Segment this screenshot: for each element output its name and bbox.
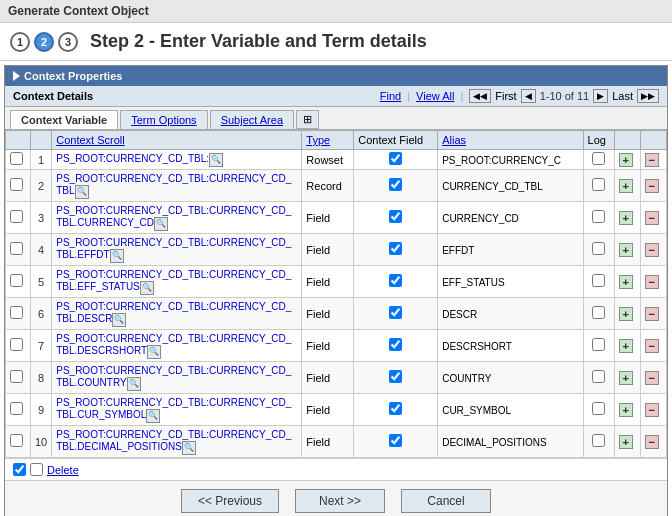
log-label: Log: [588, 134, 606, 146]
add-row-button[interactable]: +: [619, 211, 633, 225]
context-field-checkbox[interactable]: [389, 210, 402, 223]
row-checkbox-cell: [6, 202, 31, 234]
search-icon[interactable]: 🔍: [182, 441, 196, 455]
page-info: 1-10 of 11: [540, 90, 590, 102]
step-1-circle[interactable]: 1: [10, 32, 30, 52]
search-icon[interactable]: 🔍: [209, 153, 223, 167]
search-icon[interactable]: 🔍: [147, 345, 161, 359]
log-checkbox[interactable]: [592, 242, 605, 255]
row-checkbox[interactable]: [10, 274, 23, 287]
remove-row-button[interactable]: −: [645, 211, 659, 225]
row-checkbox[interactable]: [10, 152, 23, 165]
context-field-checkbox[interactable]: [389, 152, 402, 165]
row-checkbox[interactable]: [10, 338, 23, 351]
search-icon[interactable]: 🔍: [112, 313, 126, 327]
scroll-cell: PS_ROOT:CURRENCY_CD_TBL:CURRENCY_CD_TBL.…: [52, 330, 302, 362]
context-scroll-sort[interactable]: Context Scroll: [56, 134, 124, 146]
row-checkbox[interactable]: [10, 402, 23, 415]
first-label: First: [495, 90, 516, 102]
search-icon[interactable]: 🔍: [127, 377, 141, 391]
search-icon[interactable]: 🔍: [75, 185, 89, 199]
context-field-cell: [354, 298, 438, 330]
tab-icon[interactable]: ⊞: [296, 110, 319, 129]
add-row-button[interactable]: +: [619, 435, 633, 449]
step-2-circle[interactable]: 2: [34, 32, 54, 52]
expand-icon[interactable]: [13, 71, 20, 81]
next-button[interactable]: Next >>: [295, 489, 385, 513]
previous-button[interactable]: << Previous: [181, 489, 279, 513]
search-icon[interactable]: 🔍: [146, 409, 160, 423]
context-field-checkbox[interactable]: [389, 402, 402, 415]
tab-context-variable[interactable]: Context Variable: [10, 110, 118, 129]
remove-row-button[interactable]: −: [645, 243, 659, 257]
context-field-checkbox[interactable]: [389, 434, 402, 447]
log-checkbox[interactable]: [592, 338, 605, 351]
tab-term-options[interactable]: Term Options: [120, 110, 207, 129]
row-checkbox[interactable]: [10, 242, 23, 255]
context-field-checkbox[interactable]: [389, 274, 402, 287]
last-nav-btn[interactable]: ▶▶: [637, 89, 659, 103]
remove-row-button[interactable]: −: [645, 275, 659, 289]
log-checkbox[interactable]: [592, 178, 605, 191]
add-row-button[interactable]: +: [619, 339, 633, 353]
log-checkbox[interactable]: [592, 370, 605, 383]
log-checkbox[interactable]: [592, 306, 605, 319]
row-checkbox[interactable]: [10, 210, 23, 223]
first-nav-btn[interactable]: ◀◀: [469, 89, 491, 103]
remove-row-button[interactable]: −: [645, 435, 659, 449]
log-checkbox[interactable]: [592, 152, 605, 165]
search-icon[interactable]: 🔍: [140, 281, 154, 295]
context-field-checkbox[interactable]: [389, 242, 402, 255]
remove-row-button[interactable]: −: [645, 371, 659, 385]
search-icon[interactable]: 🔍: [154, 217, 168, 231]
select-all-checkbox[interactable]: [13, 463, 26, 476]
context-field-checkbox[interactable]: [389, 306, 402, 319]
alias-sort[interactable]: Alias: [442, 134, 466, 146]
deselect-all-checkbox[interactable]: [30, 463, 43, 476]
search-icon[interactable]: 🔍: [110, 249, 124, 263]
add-cell: +: [614, 234, 640, 266]
remove-row-button[interactable]: −: [645, 179, 659, 193]
log-checkbox[interactable]: [592, 402, 605, 415]
scroll-text: PS_ROOT:CURRENCY_CD_TBL:CURRENCY_CD_TBL.…: [56, 397, 291, 420]
add-row-button[interactable]: +: [619, 371, 633, 385]
add-cell: +: [614, 202, 640, 234]
remove-row-button[interactable]: −: [645, 153, 659, 167]
find-link[interactable]: Find: [380, 90, 401, 102]
add-row-button[interactable]: +: [619, 403, 633, 417]
delete-link[interactable]: Delete: [47, 464, 79, 476]
remove-row-button[interactable]: −: [645, 307, 659, 321]
next-nav-btn[interactable]: ▶: [593, 89, 608, 103]
add-row-button[interactable]: +: [619, 243, 633, 257]
log-checkbox[interactable]: [592, 434, 605, 447]
context-field-checkbox[interactable]: [389, 178, 402, 191]
type-sort[interactable]: Type: [306, 134, 330, 146]
remove-row-button[interactable]: −: [645, 339, 659, 353]
tab-subject-area[interactable]: Subject Area: [210, 110, 294, 129]
context-field-cell: [354, 330, 438, 362]
row-checkbox[interactable]: [10, 370, 23, 383]
row-checkbox[interactable]: [10, 178, 23, 191]
row-num: 5: [31, 266, 52, 298]
col-num: [31, 131, 52, 150]
add-row-button[interactable]: +: [619, 179, 633, 193]
row-checkbox[interactable]: [10, 306, 23, 319]
scroll-cell: PS_ROOT:CURRENCY_CD_TBL:CURRENCY_CD_TBL.…: [52, 202, 302, 234]
log-checkbox[interactable]: [592, 210, 605, 223]
prev-nav-btn[interactable]: ◀: [521, 89, 536, 103]
view-all-link[interactable]: View All: [416, 90, 454, 102]
add-cell: +: [614, 362, 640, 394]
row-checkbox[interactable]: [10, 434, 23, 447]
cancel-button[interactable]: Cancel: [401, 489, 491, 513]
add-row-button[interactable]: +: [619, 275, 633, 289]
step-3-circle[interactable]: 3: [58, 32, 78, 52]
log-checkbox[interactable]: [592, 274, 605, 287]
add-row-button[interactable]: +: [619, 307, 633, 321]
log-cell: [583, 394, 614, 426]
add-row-button[interactable]: +: [619, 153, 633, 167]
remove-cell: −: [640, 202, 666, 234]
scroll-cell: PS_ROOT:CURRENCY_CD_TBL:CURRENCY_CD_TBL.…: [52, 234, 302, 266]
context-field-checkbox[interactable]: [389, 338, 402, 351]
remove-row-button[interactable]: −: [645, 403, 659, 417]
context-field-checkbox[interactable]: [389, 370, 402, 383]
